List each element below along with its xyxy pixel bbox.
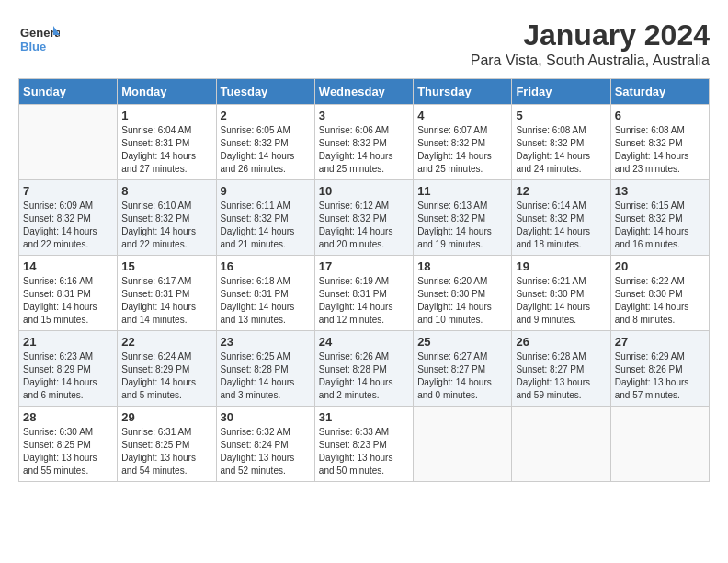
day-number: 19 [516, 259, 606, 273]
calendar-cell: 8Sunrise: 6:10 AM Sunset: 8:32 PM Daylig… [118, 180, 216, 256]
calendar-cell: 27Sunrise: 6:29 AM Sunset: 8:26 PM Dayli… [610, 331, 709, 407]
calendar-cell: 11Sunrise: 6:13 AM Sunset: 8:32 PM Dayli… [414, 180, 512, 256]
day-info: Sunrise: 6:06 AM Sunset: 8:32 PM Dayligh… [319, 124, 409, 176]
day-number: 25 [417, 335, 507, 349]
day-info: Sunrise: 6:16 AM Sunset: 8:31 PM Dayligh… [23, 275, 113, 327]
calendar-cell: 13Sunrise: 6:15 AM Sunset: 8:32 PM Dayli… [610, 180, 709, 256]
day-info: Sunrise: 6:26 AM Sunset: 8:28 PM Dayligh… [319, 350, 409, 402]
calendar-cell: 1Sunrise: 6:04 AM Sunset: 8:31 PM Daylig… [118, 105, 216, 180]
calendar-cell: 2Sunrise: 6:05 AM Sunset: 8:32 PM Daylig… [216, 105, 314, 180]
calendar-cell: 15Sunrise: 6:17 AM Sunset: 8:31 PM Dayli… [118, 256, 216, 331]
day-info: Sunrise: 6:05 AM Sunset: 8:32 PM Dayligh… [221, 124, 311, 176]
day-number: 2 [221, 109, 311, 122]
day-info: Sunrise: 6:08 AM Sunset: 8:32 PM Dayligh… [615, 124, 705, 176]
calendar-table: SundayMondayTuesdayWednesdayThursdayFrid… [18, 78, 710, 482]
day-info: Sunrise: 6:04 AM Sunset: 8:31 PM Dayligh… [121, 124, 211, 176]
calendar-cell: 16Sunrise: 6:18 AM Sunset: 8:31 PM Dayli… [216, 256, 314, 331]
day-info: Sunrise: 6:07 AM Sunset: 8:32 PM Dayligh… [417, 124, 507, 176]
day-info: Sunrise: 6:15 AM Sunset: 8:32 PM Dayligh… [615, 200, 705, 251]
calendar-cell: 23Sunrise: 6:25 AM Sunset: 8:28 PM Dayli… [216, 331, 314, 407]
day-info: Sunrise: 6:21 AM Sunset: 8:30 PM Dayligh… [516, 275, 606, 327]
day-number: 14 [23, 259, 113, 273]
day-info: Sunrise: 6:17 AM Sunset: 8:31 PM Dayligh… [121, 275, 211, 327]
calendar-cell: 17Sunrise: 6:19 AM Sunset: 8:31 PM Dayli… [314, 256, 413, 331]
day-info: Sunrise: 6:33 AM Sunset: 8:23 PM Dayligh… [319, 426, 409, 477]
calendar-week-row: 1Sunrise: 6:04 AM Sunset: 8:31 PM Daylig… [19, 105, 710, 180]
calendar-cell: 26Sunrise: 6:28 AM Sunset: 8:27 PM Dayli… [512, 331, 610, 407]
calendar-header-row: SundayMondayTuesdayWednesdayThursdayFrid… [19, 79, 710, 105]
day-number: 24 [319, 335, 409, 349]
day-number: 27 [615, 335, 705, 349]
calendar-day-header: Sunday [19, 79, 118, 105]
calendar-day-header: Saturday [610, 79, 709, 105]
day-number: 17 [319, 259, 409, 273]
day-number: 8 [121, 184, 211, 198]
calendar-cell [610, 407, 709, 482]
day-info: Sunrise: 6:10 AM Sunset: 8:32 PM Dayligh… [121, 200, 211, 251]
calendar-week-row: 7Sunrise: 6:09 AM Sunset: 8:32 PM Daylig… [19, 180, 710, 256]
day-number: 12 [516, 184, 606, 198]
calendar-cell [512, 407, 610, 482]
calendar-day-header: Thursday [414, 79, 512, 105]
day-info: Sunrise: 6:11 AM Sunset: 8:32 PM Dayligh… [221, 200, 311, 251]
calendar-cell: 29Sunrise: 6:31 AM Sunset: 8:25 PM Dayli… [118, 407, 216, 482]
calendar-cell: 28Sunrise: 6:30 AM Sunset: 8:25 PM Dayli… [19, 407, 118, 482]
day-info: Sunrise: 6:20 AM Sunset: 8:30 PM Dayligh… [417, 275, 507, 327]
calendar-cell: 30Sunrise: 6:32 AM Sunset: 8:24 PM Dayli… [216, 407, 314, 482]
page-title: January 2024 [471, 18, 710, 52]
day-number: 20 [615, 259, 705, 273]
day-info: Sunrise: 6:18 AM Sunset: 8:31 PM Dayligh… [221, 275, 311, 327]
calendar-cell: 25Sunrise: 6:27 AM Sunset: 8:27 PM Dayli… [414, 331, 512, 407]
day-number: 6 [615, 109, 705, 122]
day-number: 5 [516, 109, 606, 122]
page-subtitle: Para Vista, South Australia, Australia [471, 52, 710, 69]
day-info: Sunrise: 6:22 AM Sunset: 8:30 PM Dayligh… [615, 275, 705, 327]
day-number: 11 [417, 184, 507, 198]
day-number: 16 [221, 259, 311, 273]
calendar-day-header: Monday [118, 79, 216, 105]
svg-text:Blue: Blue [20, 40, 46, 53]
day-info: Sunrise: 6:23 AM Sunset: 8:29 PM Dayligh… [23, 350, 113, 402]
day-number: 9 [221, 184, 311, 198]
calendar-cell: 12Sunrise: 6:14 AM Sunset: 8:32 PM Dayli… [512, 180, 610, 256]
day-number: 23 [221, 335, 311, 349]
day-number: 10 [319, 184, 409, 198]
calendar-cell [414, 407, 512, 482]
day-info: Sunrise: 6:12 AM Sunset: 8:32 PM Dayligh… [319, 200, 409, 251]
calendar-cell: 20Sunrise: 6:22 AM Sunset: 8:30 PM Dayli… [610, 256, 709, 331]
day-number: 30 [221, 410, 311, 424]
day-info: Sunrise: 6:19 AM Sunset: 8:31 PM Dayligh… [319, 275, 409, 327]
day-number: 22 [121, 335, 211, 349]
day-number: 18 [417, 259, 507, 273]
calendar-cell: 10Sunrise: 6:12 AM Sunset: 8:32 PM Dayli… [314, 180, 413, 256]
calendar-week-row: 28Sunrise: 6:30 AM Sunset: 8:25 PM Dayli… [19, 407, 710, 482]
day-info: Sunrise: 6:28 AM Sunset: 8:27 PM Dayligh… [516, 350, 606, 402]
day-number: 31 [319, 410, 409, 424]
day-number: 26 [516, 335, 606, 349]
calendar-cell: 21Sunrise: 6:23 AM Sunset: 8:29 PM Dayli… [19, 331, 118, 407]
day-number: 7 [23, 184, 113, 198]
day-info: Sunrise: 6:24 AM Sunset: 8:29 PM Dayligh… [121, 350, 211, 402]
day-info: Sunrise: 6:13 AM Sunset: 8:32 PM Dayligh… [417, 200, 507, 251]
day-number: 4 [417, 109, 507, 122]
calendar-day-header: Tuesday [216, 79, 314, 105]
day-info: Sunrise: 6:31 AM Sunset: 8:25 PM Dayligh… [121, 426, 211, 477]
day-number: 15 [121, 259, 211, 273]
day-number: 1 [121, 109, 211, 122]
day-info: Sunrise: 6:14 AM Sunset: 8:32 PM Dayligh… [516, 200, 606, 251]
logo: General Blue [18, 18, 59, 55]
calendar-cell: 14Sunrise: 6:16 AM Sunset: 8:31 PM Dayli… [19, 256, 118, 331]
calendar-cell: 4Sunrise: 6:07 AM Sunset: 8:32 PM Daylig… [414, 105, 512, 180]
calendar-day-header: Friday [512, 79, 610, 105]
day-number: 29 [121, 410, 211, 424]
day-info: Sunrise: 6:09 AM Sunset: 8:32 PM Dayligh… [23, 200, 113, 251]
day-number: 3 [319, 109, 409, 122]
day-info: Sunrise: 6:08 AM Sunset: 8:32 PM Dayligh… [516, 124, 606, 176]
calendar-cell: 3Sunrise: 6:06 AM Sunset: 8:32 PM Daylig… [314, 105, 413, 180]
logo-icon: General Blue [18, 18, 55, 55]
calendar-cell: 9Sunrise: 6:11 AM Sunset: 8:32 PM Daylig… [216, 180, 314, 256]
calendar-cell [19, 105, 118, 180]
title-block: January 2024 Para Vista, South Australia… [471, 18, 710, 69]
calendar-cell: 19Sunrise: 6:21 AM Sunset: 8:30 PM Dayli… [512, 256, 610, 331]
calendar-day-header: Wednesday [314, 79, 413, 105]
